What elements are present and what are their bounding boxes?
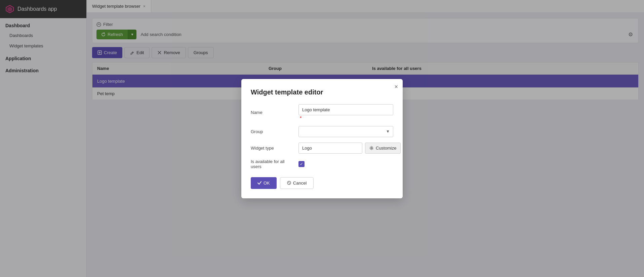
available-checkbox[interactable]: ✓ bbox=[298, 161, 305, 167]
customize-label: Customize bbox=[376, 146, 396, 151]
modal-overlay: × Widget template editor Name * Group ▼ … bbox=[0, 0, 644, 277]
cancel-icon bbox=[287, 181, 291, 185]
svg-line-11 bbox=[288, 182, 290, 184]
ok-button[interactable]: OK bbox=[251, 177, 277, 189]
svg-point-9 bbox=[371, 147, 372, 149]
group-field-label: Group bbox=[251, 129, 294, 134]
modal-actions: OK Cancel bbox=[251, 177, 393, 189]
available-label: Is available for all users bbox=[251, 159, 294, 169]
group-select-wrapper: ▼ bbox=[298, 126, 393, 137]
form-row-group: Group ▼ bbox=[251, 126, 393, 137]
group-select[interactable] bbox=[298, 126, 393, 137]
form-row-available: Is available for all users ✓ bbox=[251, 159, 393, 169]
cancel-button[interactable]: Cancel bbox=[280, 177, 314, 189]
ok-check-icon bbox=[257, 181, 261, 185]
ok-label: OK bbox=[264, 181, 270, 186]
available-checkbox-container: ✓ bbox=[298, 161, 305, 167]
name-field-label: Name bbox=[251, 110, 294, 115]
cancel-label: Cancel bbox=[293, 181, 307, 186]
modal-close-button[interactable]: × bbox=[394, 84, 398, 90]
modal-title: Widget template editor bbox=[251, 88, 393, 96]
form-row-widget-type: Widget type Customize bbox=[251, 143, 393, 154]
widget-template-editor-modal: × Widget template editor Name * Group ▼ … bbox=[241, 79, 403, 198]
name-required-star: * bbox=[300, 115, 301, 121]
customize-button[interactable]: Customize bbox=[365, 143, 401, 154]
widget-type-input[interactable] bbox=[298, 143, 362, 154]
name-field-container: * bbox=[298, 104, 393, 121]
name-input[interactable] bbox=[298, 104, 393, 115]
customize-gear-icon bbox=[369, 146, 374, 150]
widget-type-label: Widget type bbox=[251, 146, 294, 151]
checkbox-check-icon: ✓ bbox=[300, 162, 303, 166]
widget-type-group: Customize bbox=[298, 143, 401, 154]
form-row-name: Name * bbox=[251, 104, 393, 121]
